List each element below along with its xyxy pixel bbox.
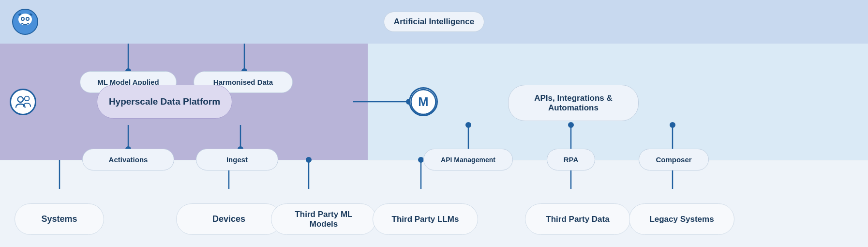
composer-pill: Composer — [639, 149, 709, 170]
logo-icon — [12, 9, 39, 35]
third-party-data-bottom: Third Party Data — [525, 203, 630, 235]
svg-point-35 — [17, 96, 23, 102]
rpa-pill: RPA — [547, 149, 595, 170]
devices-bottom: Devices — [176, 203, 282, 235]
third-party-ml-bottom: Third Party ML Models — [271, 203, 376, 235]
third-party-llms-bottom: Third Party LLMs — [373, 203, 478, 235]
m-icon: M — [409, 87, 438, 116]
legacy-systems-bottom: Legacy Systems — [629, 203, 734, 235]
apis-pill: APIs, Integrations & Automations — [508, 85, 639, 121]
activations-pill: Activations — [82, 149, 174, 170]
systems-bottom: Systems — [15, 203, 104, 235]
people-icon — [10, 89, 36, 115]
ingest-pill: Ingest — [196, 149, 278, 170]
diagram-container: Artificial Intelligence — [0, 0, 868, 247]
ai-band: Artificial Intelligence — [0, 0, 868, 44]
svg-text:M: M — [418, 94, 428, 108]
api-management-pill: API Management — [423, 149, 513, 170]
svg-point-5 — [27, 18, 29, 20]
ai-label: Artificial Intelligence — [384, 12, 484, 32]
svg-point-36 — [24, 96, 29, 101]
hyperscale-pill: Hyperscale Data Platform — [97, 85, 232, 119]
svg-point-4 — [22, 18, 24, 20]
